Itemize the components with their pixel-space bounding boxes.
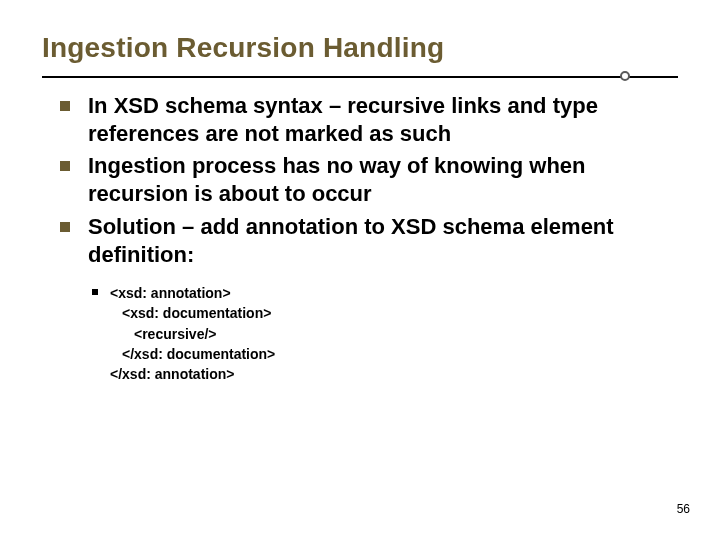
code-line: </xsd: annotation>	[110, 366, 234, 382]
code-line: <xsd: documentation>	[122, 305, 271, 321]
sub-bullet-list: <xsd: annotation> <xsd: documentation> <…	[92, 283, 678, 384]
bullet-item: In XSD schema syntax – recursive links a…	[60, 92, 678, 148]
code-line: <recursive/>	[134, 326, 217, 342]
horizontal-rule	[42, 76, 678, 78]
circle-icon	[620, 71, 630, 81]
code-line: </xsd: documentation>	[122, 346, 275, 362]
bullet-item: Ingestion process has no way of knowing …	[60, 152, 678, 208]
bullet-list: In XSD schema syntax – recursive links a…	[60, 92, 678, 269]
code-line: <xsd: annotation>	[110, 285, 231, 301]
bullet-item: Solution – add annotation to XSD schema …	[60, 213, 678, 269]
page-number: 56	[677, 502, 690, 516]
slide-title: Ingestion Recursion Handling	[42, 32, 678, 70]
slide: Ingestion Recursion Handling In XSD sche…	[0, 0, 720, 540]
code-block: <xsd: annotation> <xsd: documentation> <…	[92, 283, 678, 384]
